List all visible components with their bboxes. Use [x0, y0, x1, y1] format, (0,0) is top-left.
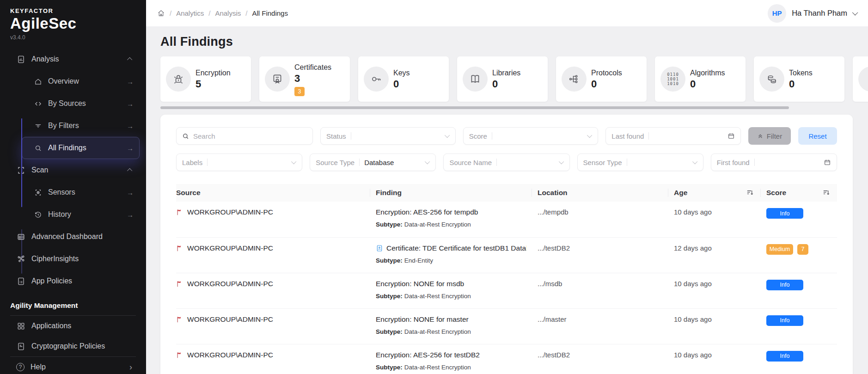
source-name: WORKGROUP\ADMIN-PC: [187, 351, 273, 359]
finding-age: 10 days ago: [674, 351, 712, 359]
findings-table: Source Finding Location Age Score WORKGR…: [176, 184, 837, 374]
source-name: WORKGROUP\ADMIN-PC: [187, 280, 273, 288]
protocol-tree-icon: [562, 67, 587, 92]
finding-location: .../testDB2: [538, 351, 570, 359]
stat-card-protocols[interactable]: Protocols 0: [556, 56, 647, 102]
sidebar-item-analysis[interactable]: Analysis: [0, 48, 146, 70]
sensor-type-label: Sensor Type: [583, 159, 622, 166]
source-type-select[interactable]: Source Type Database: [310, 153, 436, 171]
finding-location: .../msdb: [538, 280, 562, 288]
stat-icon: [858, 67, 868, 92]
filter-lines-icon: [34, 122, 42, 130]
search-icon: [34, 144, 42, 152]
finding-age: 10 days ago: [674, 280, 712, 288]
chevron-down-icon: [291, 159, 296, 164]
sidebar-item-label: Analysis: [31, 55, 59, 63]
source-name: WORKGROUP\ADMIN-PC: [187, 315, 273, 324]
source-type-value: Database: [364, 159, 394, 166]
sidebar-item-applications[interactable]: Applications: [0, 316, 146, 336]
avatar: HP: [768, 4, 786, 23]
filter-row-2: Labels Source Type Database Source Name …: [176, 153, 837, 171]
breadcrumb-analytics[interactable]: Analytics: [176, 9, 204, 17]
table-row[interactable]: WORKGROUP\ADMIN-PC Certificate: TDE Cert…: [176, 237, 837, 273]
sidebar-item-by-filters[interactable]: By Filters →: [22, 115, 140, 137]
search-field[interactable]: [176, 127, 313, 145]
reset-button[interactable]: Reset: [798, 127, 837, 145]
labels-select[interactable]: Labels: [176, 153, 302, 171]
sidebar-item-cryptographic-policies[interactable]: Cryptographic Policies: [0, 336, 146, 356]
source-name-select[interactable]: Source Name: [443, 153, 569, 171]
finding-location: .../master: [538, 315, 567, 323]
stat-value: 0: [591, 78, 622, 90]
table-row[interactable]: WORKGROUP\ADMIN-PC Encryption: NONE for …: [176, 308, 837, 344]
status-select-label: Status: [326, 132, 346, 140]
breadcrumb-analysis[interactable]: Analysis: [215, 9, 241, 17]
field-divider: [648, 132, 649, 140]
first-found-datepicker[interactable]: First found: [711, 153, 837, 171]
score-select-label: Score: [469, 132, 487, 140]
chevron-down-icon: [425, 159, 430, 164]
arrow-right-icon: →: [127, 189, 134, 196]
score-badge: Info: [766, 315, 803, 326]
arrow-right-icon: →: [127, 122, 134, 130]
stat-card-encryption[interactable]: Encryption 5: [160, 56, 251, 102]
sidebar-item-by-sources[interactable]: By Sources →: [22, 92, 140, 115]
score-select[interactable]: Score: [463, 127, 599, 145]
sidebar-item-all-findings[interactable]: All Findings →: [22, 137, 140, 159]
stat-card-keys[interactable]: Keys 0: [358, 56, 449, 102]
score-badge: Medium: [766, 244, 793, 255]
chevron-up-icon: [127, 57, 132, 62]
chevron-right-icon: ›: [129, 362, 132, 372]
sidebar-item-sensors[interactable]: Sensors →: [22, 181, 140, 203]
finding-subtype: Subtype:Data-at-Rest Encryption: [376, 364, 526, 371]
stat-card-partial[interactable]: [853, 56, 868, 102]
search-input[interactable]: [193, 132, 307, 140]
calendar-icon: [824, 159, 831, 166]
score-count-badge: 7: [797, 244, 808, 255]
code-icon: [34, 99, 42, 108]
sidebar-item-scan[interactable]: Scan: [0, 159, 146, 181]
sidebar-item-app-policies[interactable]: App Policies: [0, 270, 146, 292]
stat-label: Protocols: [591, 69, 622, 77]
sidebar-item-advanced-dashboard[interactable]: Advanced Dashboard: [0, 226, 146, 248]
cards-horizontal-scrollbar[interactable]: [160, 106, 789, 109]
user-menu[interactable]: HP Ha Thanh Pham: [768, 4, 858, 23]
sidebar-item-help[interactable]: ? Help ›: [0, 357, 146, 374]
sensor-type-select[interactable]: Sensor Type: [577, 153, 703, 171]
sidebar-item-label: By Filters: [48, 122, 79, 130]
key-icon: [364, 67, 389, 92]
sidebar-item-history[interactable]: History →: [22, 203, 140, 226]
stat-value: 0: [690, 78, 725, 90]
network-nodes-icon: [16, 254, 25, 264]
table-row[interactable]: WORKGROUP\ADMIN-PC Encryption: AES-256 f…: [176, 202, 837, 237]
home-breadcrumb-icon[interactable]: [157, 9, 165, 17]
stat-cards-row: Encryption 5 Certificates 3 3 Keys 0: [160, 56, 868, 102]
stat-card-tokens[interactable]: Tokens 0: [754, 56, 844, 102]
stat-value: 3: [294, 73, 331, 85]
sort-icon[interactable]: [823, 189, 830, 196]
stat-card-libraries[interactable]: Libraries 0: [457, 56, 548, 102]
finding-title: Encryption: NONE for master: [376, 315, 526, 324]
stat-card-algorithms[interactable]: 0110 1001 1010 Algorithms 0: [655, 56, 746, 102]
breadcrumb-separator: /: [245, 9, 247, 17]
last-found-datepicker[interactable]: Last found: [605, 127, 741, 145]
table-header-row: Source Finding Location Age Score: [176, 184, 837, 202]
labels-select-label: Labels: [182, 159, 202, 166]
sidebar-item-cipherinsights[interactable]: CipherInsights: [0, 248, 146, 270]
breadcrumb-separator: /: [170, 9, 171, 17]
table-row[interactable]: WORKGROUP\ADMIN-PC Encryption: AES-256 f…: [176, 344, 837, 374]
stat-value: 5: [196, 78, 231, 90]
status-select[interactable]: Status: [320, 127, 456, 145]
column-header-age: Age: [668, 184, 761, 202]
certificate-badge-icon: [376, 245, 383, 252]
filter-button[interactable]: Filter: [748, 127, 791, 145]
sidebar-item-overview[interactable]: Overview →: [22, 70, 140, 92]
sidebar-item-label: History: [48, 210, 71, 219]
finding-subtype: Subtype:Data-at-Rest Encryption: [376, 221, 526, 228]
finding-age: 10 days ago: [674, 315, 712, 323]
stat-card-certificates[interactable]: Certificates 3 3: [259, 56, 350, 102]
sidebar: KEYFACTOR AgileSec v3.4.0 Analysis Overv…: [0, 0, 146, 374]
table-row[interactable]: WORKGROUP\ADMIN-PC Encryption: NONE for …: [176, 273, 837, 308]
sidebar-item-label: By Sources: [48, 99, 86, 108]
sort-icon[interactable]: [746, 189, 753, 196]
